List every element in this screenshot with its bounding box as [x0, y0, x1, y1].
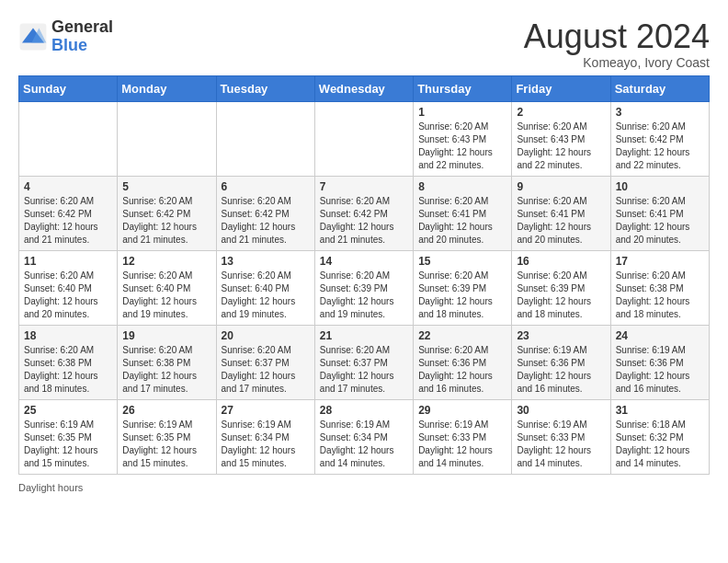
day-number: 16	[517, 255, 605, 268]
day-info: Sunrise: 6:20 AM Sunset: 6:43 PM Dayligh…	[418, 121, 506, 172]
day-info: Sunrise: 6:20 AM Sunset: 6:42 PM Dayligh…	[222, 195, 310, 247]
day-info: Sunrise: 6:20 AM Sunset: 6:37 PM Dayligh…	[320, 344, 408, 396]
day-info: Sunrise: 6:19 AM Sunset: 6:36 PM Dayligh…	[616, 344, 704, 396]
sunset-text: Sunset: 6:41 PM	[517, 208, 605, 221]
daylight-text: Daylight: 12 hours and 18 minutes.	[517, 295, 605, 321]
cell-1-5: 9 Sunrise: 6:20 AM Sunset: 6:41 PM Dayli…	[512, 176, 610, 250]
day-number: 5	[122, 180, 210, 193]
sunset-text: Sunset: 6:39 PM	[418, 282, 506, 295]
day-info: Sunrise: 6:20 AM Sunset: 6:38 PM Dayligh…	[616, 270, 704, 321]
day-number: 12	[122, 255, 210, 268]
location-title: Komeayo, Ivory Coast	[524, 55, 710, 70]
day-number: 10	[616, 180, 704, 193]
week-row-4: 25 Sunrise: 6:19 AM Sunset: 6:35 PM Dayl…	[19, 399, 710, 474]
day-number: 31	[616, 404, 704, 417]
day-number: 28	[320, 404, 408, 417]
daylight-text: Daylight: 12 hours and 18 minutes.	[418, 295, 506, 321]
cell-4-2: 27 Sunrise: 6:19 AM Sunset: 6:34 PM Dayl…	[216, 399, 314, 474]
day-number: 1	[418, 106, 506, 119]
calendar-table: Sunday Monday Tuesday Wednesday Thursday…	[18, 75, 710, 475]
daylight-text: Daylight: 12 hours and 18 minutes.	[616, 295, 704, 321]
sunrise-text: Sunrise: 6:19 AM	[24, 419, 112, 431]
daylight-note: Daylight hours	[18, 482, 83, 493]
logo-blue-text: Blue	[51, 37, 113, 55]
sunset-text: Sunset: 6:38 PM	[122, 357, 210, 370]
sunrise-text: Sunrise: 6:19 AM	[320, 419, 408, 431]
daylight-text: Daylight: 12 hours and 15 minutes.	[24, 444, 112, 470]
sunrise-text: Sunrise: 6:20 AM	[122, 344, 210, 357]
day-number: 4	[24, 180, 112, 193]
sunrise-text: Sunrise: 6:20 AM	[222, 195, 310, 208]
sunrise-text: Sunrise: 6:19 AM	[517, 344, 605, 357]
day-info: Sunrise: 6:20 AM Sunset: 6:40 PM Dayligh…	[122, 270, 210, 321]
day-number: 26	[122, 404, 210, 417]
cell-1-0: 4 Sunrise: 6:20 AM Sunset: 6:42 PM Dayli…	[19, 176, 118, 250]
daylight-text: Daylight: 12 hours and 14 minutes.	[616, 444, 704, 470]
sunset-text: Sunset: 6:39 PM	[517, 282, 605, 295]
daylight-text: Daylight: 12 hours and 21 minutes.	[122, 221, 210, 247]
cell-3-3: 21 Sunrise: 6:20 AM Sunset: 6:37 PM Dayl…	[314, 325, 413, 399]
day-number: 29	[418, 404, 506, 417]
daylight-text: Daylight: 12 hours and 16 minutes.	[616, 370, 704, 396]
daylight-text: Daylight: 12 hours and 14 minutes.	[320, 444, 408, 470]
sunrise-text: Sunrise: 6:20 AM	[222, 270, 310, 282]
cell-1-1: 5 Sunrise: 6:20 AM Sunset: 6:42 PM Dayli…	[118, 176, 216, 250]
logo: General Blue	[18, 18, 113, 55]
sunset-text: Sunset: 6:42 PM	[222, 208, 310, 221]
sunrise-text: Sunrise: 6:20 AM	[418, 195, 506, 208]
week-row-1: 4 Sunrise: 6:20 AM Sunset: 6:42 PM Dayli…	[19, 176, 710, 250]
day-info: Sunrise: 6:20 AM Sunset: 6:39 PM Dayligh…	[517, 270, 605, 321]
day-info: Sunrise: 6:20 AM Sunset: 6:40 PM Dayligh…	[24, 270, 112, 321]
sunrise-text: Sunrise: 6:20 AM	[122, 270, 210, 282]
day-info: Sunrise: 6:20 AM Sunset: 6:39 PM Dayligh…	[418, 270, 506, 321]
day-info: Sunrise: 6:19 AM Sunset: 6:34 PM Dayligh…	[320, 419, 408, 470]
sunset-text: Sunset: 6:42 PM	[122, 208, 210, 221]
cell-2-2: 13 Sunrise: 6:20 AM Sunset: 6:40 PM Dayl…	[216, 250, 314, 325]
sunrise-text: Sunrise: 6:20 AM	[418, 344, 506, 357]
sunrise-text: Sunrise: 6:18 AM	[616, 419, 704, 431]
sunrise-text: Sunrise: 6:20 AM	[616, 121, 704, 133]
sunrise-text: Sunrise: 6:19 AM	[616, 344, 704, 357]
cell-4-3: 28 Sunrise: 6:19 AM Sunset: 6:34 PM Dayl…	[314, 399, 413, 474]
day-info: Sunrise: 6:20 AM Sunset: 6:42 PM Dayligh…	[122, 195, 210, 247]
daylight-text: Daylight: 12 hours and 16 minutes.	[418, 370, 506, 396]
sunset-text: Sunset: 6:36 PM	[418, 357, 506, 370]
daylight-text: Daylight: 12 hours and 22 minutes.	[616, 146, 704, 172]
header-wednesday: Wednesday	[314, 75, 413, 101]
daylight-text: Daylight: 12 hours and 17 minutes.	[320, 370, 408, 396]
day-info: Sunrise: 6:20 AM Sunset: 6:41 PM Dayligh…	[517, 195, 605, 247]
daylight-text: Daylight: 12 hours and 21 minutes.	[24, 221, 112, 247]
daylight-text: Daylight: 12 hours and 21 minutes.	[222, 221, 310, 247]
footer-note: Daylight hours	[9, 478, 719, 497]
day-number: 17	[616, 255, 704, 268]
day-number: 18	[24, 329, 112, 342]
sunrise-text: Sunrise: 6:20 AM	[616, 270, 704, 282]
cell-3-1: 19 Sunrise: 6:20 AM Sunset: 6:38 PM Dayl…	[118, 325, 216, 399]
cell-2-5: 16 Sunrise: 6:20 AM Sunset: 6:39 PM Dayl…	[512, 250, 610, 325]
day-info: Sunrise: 6:18 AM Sunset: 6:32 PM Dayligh…	[616, 419, 704, 470]
sunset-text: Sunset: 6:43 PM	[418, 133, 506, 146]
sunrise-text: Sunrise: 6:20 AM	[24, 270, 112, 282]
cell-3-6: 24 Sunrise: 6:19 AM Sunset: 6:36 PM Dayl…	[610, 325, 709, 399]
sunrise-text: Sunrise: 6:20 AM	[418, 270, 506, 282]
sunset-text: Sunset: 6:41 PM	[418, 208, 506, 221]
day-info: Sunrise: 6:19 AM Sunset: 6:36 PM Dayligh…	[517, 344, 605, 396]
day-number: 9	[517, 180, 605, 193]
sunrise-text: Sunrise: 6:20 AM	[24, 344, 112, 357]
sunset-text: Sunset: 6:35 PM	[24, 431, 112, 444]
header-tuesday: Tuesday	[216, 75, 314, 101]
cell-0-2	[216, 101, 314, 176]
week-row-3: 18 Sunrise: 6:20 AM Sunset: 6:38 PM Dayl…	[19, 325, 710, 399]
cell-0-5: 2 Sunrise: 6:20 AM Sunset: 6:43 PM Dayli…	[512, 101, 610, 176]
cell-3-4: 22 Sunrise: 6:20 AM Sunset: 6:36 PM Dayl…	[414, 325, 512, 399]
cell-2-0: 11 Sunrise: 6:20 AM Sunset: 6:40 PM Dayl…	[19, 250, 118, 325]
daylight-text: Daylight: 12 hours and 17 minutes.	[122, 370, 210, 396]
daylight-text: Daylight: 12 hours and 20 minutes.	[418, 221, 506, 247]
daylight-text: Daylight: 12 hours and 22 minutes.	[517, 146, 605, 172]
daylight-text: Daylight: 12 hours and 19 minutes.	[222, 295, 310, 321]
sunrise-text: Sunrise: 6:20 AM	[320, 270, 408, 282]
header-saturday: Saturday	[610, 75, 709, 101]
header-monday: Monday	[118, 75, 216, 101]
day-info: Sunrise: 6:19 AM Sunset: 6:33 PM Dayligh…	[517, 419, 605, 470]
cell-2-6: 17 Sunrise: 6:20 AM Sunset: 6:38 PM Dayl…	[610, 250, 709, 325]
